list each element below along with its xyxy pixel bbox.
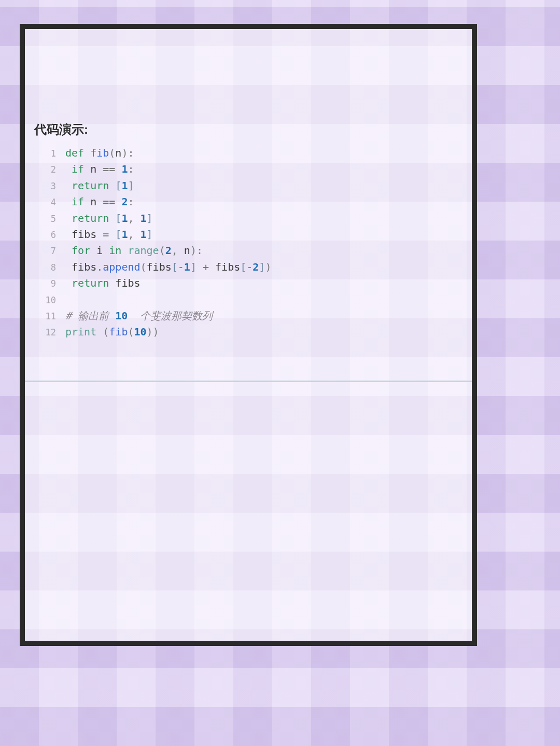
code-text: return [1, 1] (65, 210, 153, 226)
line-number: 7 (34, 243, 65, 259)
code-line: 12print (fib(10)) (34, 324, 459, 340)
line-number: 6 (34, 227, 65, 243)
code-line: 2 if n == 1: (34, 161, 459, 177)
code-line: 4 if n == 2: (34, 194, 459, 210)
code-text: fibs = [1, 1] (65, 227, 153, 242)
line-number: 4 (34, 194, 65, 210)
code-line: 5 return [1, 1] (34, 210, 459, 227)
code-text: fibs.append(fibs[-1] + fibs[-2]) (65, 259, 271, 275)
document-frame: 代码演示: 1def fib(n):2 if n == 1:3 return [… (20, 24, 477, 646)
code-line: 1def fib(n): (34, 145, 459, 161)
line-number: 9 (34, 276, 65, 291)
code-line: 7 for i in range(2, n): (34, 243, 459, 259)
code-line: 10 (34, 292, 459, 308)
code-text: # 输出前 10 个斐波那契数列 (65, 308, 213, 323)
horizontal-divider (25, 381, 472, 382)
code-line: 3 return [1] (34, 178, 459, 194)
line-number: 5 (34, 211, 65, 227)
code-block: 1def fib(n):2 if n == 1:3 return [1]4 if… (34, 145, 459, 341)
code-text (65, 292, 72, 307)
section-heading: 代码演示: (34, 121, 459, 138)
line-number: 2 (34, 162, 65, 177)
code-text: for i in range(2, n): (65, 243, 203, 258)
line-number: 3 (34, 178, 65, 194)
code-line: 9 return fibs (34, 275, 459, 291)
line-number: 12 (34, 325, 65, 340)
code-line: 6 fibs = [1, 1] (34, 227, 459, 243)
line-number: 8 (34, 260, 65, 275)
code-text: return [1] (65, 178, 134, 193)
code-text: def fib(n): (65, 145, 134, 161)
code-line: 8 fibs.append(fibs[-1] + fibs[-2]) (34, 259, 459, 275)
content-region: 代码演示: 1def fib(n):2 if n == 1:3 return [… (34, 121, 459, 341)
line-number: 1 (34, 146, 65, 161)
line-number: 11 (34, 308, 65, 324)
code-line: 11# 输出前 10 个斐波那契数列 (34, 308, 459, 324)
code-text: print (fib(10)) (65, 324, 159, 340)
code-text: return fibs (65, 275, 141, 291)
line-number: 10 (34, 292, 65, 308)
code-text: if n == 2: (65, 194, 134, 209)
code-text: if n == 1: (65, 161, 134, 177)
